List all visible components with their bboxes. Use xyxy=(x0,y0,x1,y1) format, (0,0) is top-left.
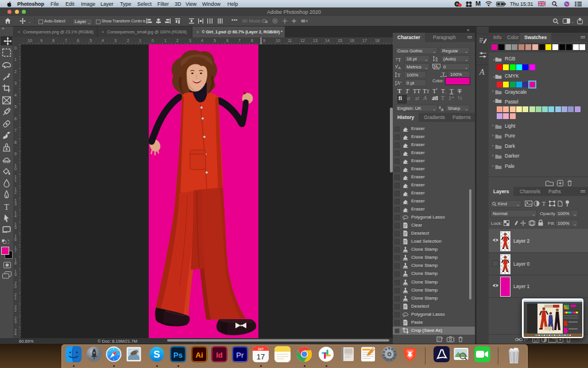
svg-text:VA: VA xyxy=(434,64,439,68)
svg-text:SEP: SEP xyxy=(258,347,264,351)
svg-text:Ai: Ai xyxy=(196,351,203,359)
svg-text:17: 17 xyxy=(257,352,265,361)
svg-text:a: a xyxy=(400,80,402,83)
svg-text:T: T xyxy=(442,71,446,77)
svg-text:T: T xyxy=(398,57,401,62)
svg-text:T: T xyxy=(4,203,9,212)
svg-text:A: A xyxy=(398,66,401,70)
svg-text:S: S xyxy=(153,349,160,360)
svg-text:T: T xyxy=(397,72,401,78)
svg-text:Id: Id xyxy=(216,351,223,359)
svg-text:Ps: Ps xyxy=(173,351,183,359)
svg-text:A: A xyxy=(435,59,438,62)
svg-text:Pr: Pr xyxy=(236,351,244,359)
